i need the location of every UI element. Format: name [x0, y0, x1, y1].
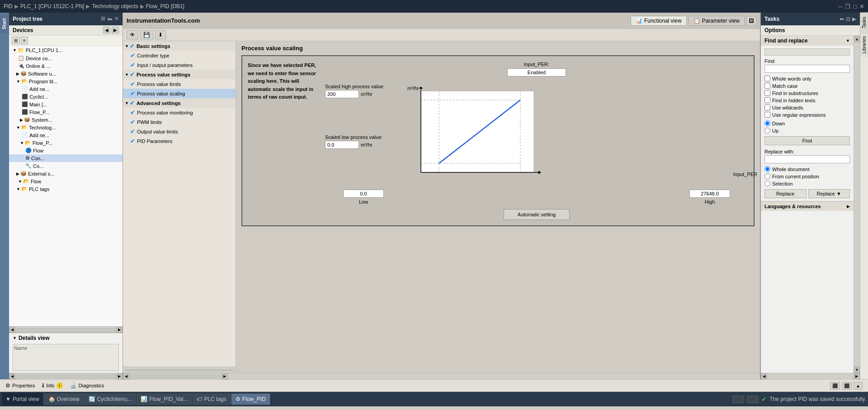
tree-item-cyclic[interactable]: ⬛ Cyclicl... — [9, 93, 123, 100]
settings-output-limits[interactable]: ✔ Output value limits — [123, 127, 236, 136]
window-maximize-btn[interactable]: □ — [853, 3, 857, 10]
regex-checkbox[interactable] — [764, 112, 770, 118]
tree-icon-grid[interactable]: ⊞ — [101, 15, 105, 23]
devices-nav-right[interactable]: ▶ — [112, 27, 119, 33]
view-export-btn[interactable]: 🖼 — [746, 16, 756, 25]
tree-toolbar-btn2[interactable]: ≡ — [21, 37, 28, 44]
start-tab[interactable]: Start — [0, 14, 9, 33]
settings-controller-type[interactable]: ✔ Controller type — [123, 51, 236, 60]
replace-with-input[interactable] — [764, 155, 850, 163]
taskbar-flow-pid[interactable]: ⚙ Flow_PID — [231, 394, 270, 405]
find-hidden-checkbox[interactable] — [764, 97, 770, 103]
details-view-header[interactable]: ▼ Details view — [9, 333, 123, 343]
tree-item-plc-tags[interactable]: ▼ 📂 PLC tags — [9, 185, 123, 193]
settings-process-limits[interactable]: ✔ Process value limits — [123, 79, 236, 89]
tree-scroll-right[interactable]: ▶ — [116, 327, 123, 333]
right-panel-scroll-left[interactable]: ◀ — [761, 373, 767, 380]
info-tab[interactable]: ℹ Info i — [42, 382, 62, 389]
tree-item-system[interactable]: ▶ 📦 System... — [9, 116, 123, 124]
settings-process-scaling[interactable]: ✔ Process value scaling — [123, 89, 236, 98]
tree-item-flow-p2[interactable]: ▼ 📂 Flow_P... — [9, 139, 123, 147]
libraries-side-tab[interactable]: Libraries — [860, 32, 868, 57]
tree-item-flow1[interactable]: 🔵 Flow — [9, 147, 123, 154]
find-input[interactable] — [764, 65, 850, 73]
middle-scroll-left[interactable]: ◀ — [123, 373, 129, 380]
middle-scroll-right[interactable]: ▶ — [222, 373, 228, 380]
left-panel-scroll-right[interactable]: ▶ — [116, 373, 123, 380]
from-current-radio[interactable] — [764, 173, 770, 179]
tree-icon-close[interactable]: ✕ — [114, 15, 119, 23]
window-minimize-btn[interactable]: ─ — [838, 3, 842, 10]
devices-nav-left[interactable]: ◀ — [103, 27, 110, 33]
status-btn1[interactable]: ⬛ — [732, 396, 744, 403]
tree-icon-collapse[interactable]: ⬅ — [107, 15, 113, 23]
right-panel-scroll-right[interactable]: ▶ — [854, 373, 860, 380]
settings-pv-monitoring[interactable]: ✔ Process value monitoring — [123, 108, 236, 117]
tasks-icon-2[interactable]: ⊟ — [846, 16, 850, 22]
settings-pwm-limits[interactable]: ✔ PWM limits — [123, 117, 236, 127]
props-tab[interactable]: ⚙ Properties — [5, 382, 35, 389]
tree-item-technolog[interactable]: ▼ 📂 Technolog... — [9, 124, 123, 131]
taskbar-cyclic[interactable]: 🔄 CyclicInterru... — [85, 394, 136, 405]
direction-up-radio[interactable] — [764, 128, 770, 133]
toolbar-download-btn[interactable]: ⬇ — [155, 30, 166, 39]
find-replace-header[interactable]: Find and replace ▼ — [761, 36, 854, 46]
taskbar-flow-val[interactable]: 📊 Flow_PID_Val... — [137, 394, 192, 405]
portal-view-btn[interactable]: ▼ Portal view — [2, 393, 43, 405]
replace-all-btn[interactable]: Replace ▼ — [808, 189, 850, 198]
languages-resources-header[interactable]: Languages & resources ▶ — [761, 201, 854, 211]
settings-process-value[interactable]: ▼ ✔ Process value settings — [123, 70, 236, 79]
scaled-low-input[interactable] — [325, 141, 359, 149]
tree-item-device-co[interactable]: 📋 Device co... — [9, 54, 123, 62]
match-case-checkbox[interactable] — [764, 83, 770, 89]
tree-item-flow-p1[interactable]: ⬛ Flow_P... — [9, 108, 123, 116]
auto-setting-btn[interactable]: Automatic setting — [504, 209, 570, 220]
tree-item-software[interactable]: ▶ 📦 Software u... — [9, 70, 123, 77]
right-scroll-down[interactable]: ▼ — [854, 367, 860, 373]
tree-item-flow2[interactable]: ▼ 📂 Flow — [9, 177, 123, 185]
scaled-high-input[interactable] — [325, 90, 359, 98]
status-btn2[interactable]: ⬛ — [747, 396, 759, 403]
props-bar-btn3[interactable]: ▲ — [854, 382, 863, 390]
high-value-input[interactable] — [689, 190, 730, 198]
taskbar-overview[interactable]: 🏠 Overview — [44, 394, 84, 405]
low-value-input[interactable] — [343, 190, 384, 198]
functional-view-tab[interactable]: 📊 Functional view — [631, 16, 687, 26]
settings-io-params[interactable]: ✔ Input / output parameters — [123, 60, 236, 70]
tree-toolbar-btn1[interactable]: ⊞ — [12, 37, 20, 44]
taskbar-plc-tags[interactable]: 🏷 PLC tags — [193, 394, 230, 405]
toolbar-eye-btn[interactable]: 👁 — [127, 30, 138, 39]
tree-item-external[interactable]: ▶ 📦 External s... — [9, 170, 123, 177]
settings-pid-params[interactable]: ✔ PID Parameters — [123, 136, 236, 146]
tree-item-program-bl[interactable]: ▼ 📂 Program bl... — [9, 77, 123, 85]
find-btn[interactable]: Find — [764, 136, 850, 145]
window-close-btn[interactable]: ✕ — [859, 3, 864, 10]
whole-words-checkbox[interactable] — [764, 76, 770, 81]
direction-down-radio[interactable] — [764, 120, 770, 126]
tasks-icon-3[interactable]: ▶ — [852, 16, 856, 22]
tree-item-co2[interactable]: 🔧 Co... — [9, 162, 123, 170]
left-panel-scroll-left[interactable]: ◀ — [9, 373, 15, 380]
tree-item-plc1[interactable]: ▼ 📁 PLC_1 [CPU 1... — [9, 46, 123, 54]
replace-btn[interactable]: Replace — [764, 189, 807, 198]
selection-radio[interactable] — [764, 181, 770, 186]
tree-item-con1[interactable]: ⚙ Con... — [9, 154, 123, 162]
settings-basic[interactable]: ▼ ✔ Basic settings — [123, 41, 236, 51]
wildcards-checkbox[interactable] — [764, 105, 770, 110]
tree-item-add-new2[interactable]: 📄 Add ne... — [9, 131, 123, 139]
tree-item-add-new1[interactable]: 📄 Add ne... — [9, 85, 123, 93]
toolbar-save-btn[interactable]: 💾 — [140, 30, 153, 39]
tasks-side-tab[interactable]: Tasks — [860, 13, 868, 32]
props-bar-btn2[interactable]: ⬛ — [842, 382, 852, 390]
tree-item-main[interactable]: ⬛ Main [... — [9, 100, 123, 108]
tree-scroll-left[interactable]: ◀ — [9, 327, 15, 333]
input-per-value[interactable] — [507, 68, 566, 76]
right-scroll-up[interactable]: ▲ — [854, 36, 860, 42]
props-bar-btn1[interactable]: ⬛ — [830, 382, 840, 390]
tasks-icon-1[interactable]: ⬅ — [840, 16, 844, 22]
settings-advanced[interactable]: ▼ ✔ Advanced settings — [123, 98, 236, 108]
parameter-view-tab[interactable]: 📋 Parameter view — [689, 16, 745, 26]
tree-item-online[interactable]: 🔌 Online & ... — [9, 62, 123, 70]
whole-doc-radio[interactable] — [764, 166, 770, 172]
find-substructures-checkbox[interactable] — [764, 90, 770, 96]
